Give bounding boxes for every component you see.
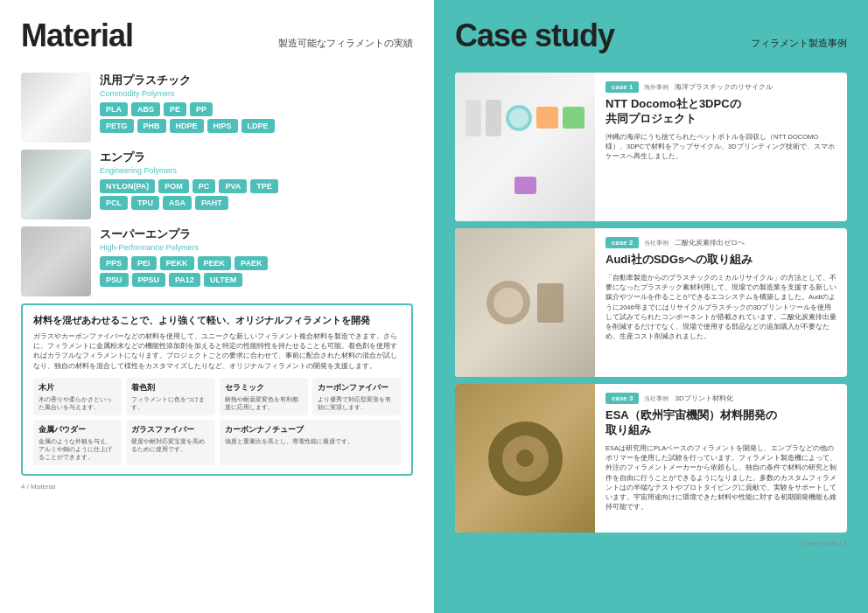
blend-section: 材料を混ぜあわせることで、より強くて軽い、オリジナルフィラメントを開発 ガラスや… bbox=[21, 303, 413, 476]
blend-item-glass: ガラスファイバー 硬度や耐対応変宝度を高めるために使用です。 bbox=[126, 420, 214, 465]
blend-item-ceramic-desc: 耐熱や耐薬変変色を有利都度に応用します。 bbox=[225, 395, 303, 411]
page-numbers-right: Case study / 5 bbox=[455, 540, 847, 547]
engineering-content: エンプラ Engineering Polymers NYLON(PA) POM … bbox=[100, 150, 413, 212]
tag-psu: PSU bbox=[100, 273, 129, 287]
left-subtitle: 製造可能なフィラメントの実績 bbox=[278, 37, 413, 50]
high-performance-section: スーパーエンプラ High-Performance Polymers PPS P… bbox=[21, 226, 413, 296]
case-image-1 bbox=[455, 73, 595, 221]
blend-item-colorant-desc: フィラメントに色をつけます。 bbox=[131, 395, 209, 411]
commodity-content: 汎用プラスチック Commodity Polymers PLA ABS PE P… bbox=[100, 73, 413, 136]
commodity-heading-ja: 汎用プラスチック bbox=[100, 73, 413, 88]
commodity-image bbox=[21, 73, 91, 143]
tag-phb: PHB bbox=[137, 119, 166, 133]
engineering-tags-row2: PCL TPU ASA PAHT bbox=[100, 196, 413, 210]
high-performance-content: スーパーエンプラ High-Performance Polymers PPS P… bbox=[100, 226, 413, 289]
tag-paek: PAEK bbox=[234, 256, 268, 270]
blend-items: 木片 木の香りや柔らかさといった風合いを与えます。 着色剤 フィラメントに色をつ… bbox=[33, 378, 401, 465]
left-panel: Material 製造可能なフィラメントの実績 汎用プラスチック Commodi… bbox=[0, 0, 434, 613]
tag-hips: HIPS bbox=[207, 119, 238, 133]
case-content-1: case 1 海外事例 海洋プラスチックのリサイクル NTT Docomo社と3… bbox=[595, 73, 847, 221]
case-badge-row-1: case 1 海外事例 海洋プラスチックのリサイクル bbox=[606, 81, 836, 93]
tag-ldpe: LDPE bbox=[242, 119, 275, 133]
blend-item-glass-desc: 硬度や耐対応変宝度を高めるために使用です。 bbox=[131, 437, 209, 453]
right-panel: Case study フィラメント製造事例 case 1 海外事例 海洋プラスチ… bbox=[434, 0, 868, 613]
tag-asa: ASA bbox=[163, 196, 192, 210]
case-badge-label-3: 当社事例 3Dプリント材料化 bbox=[644, 394, 732, 403]
case-badge-row-3: case 3 当社事例 3Dプリント材料化 bbox=[606, 393, 836, 404]
case-content-3: case 3 当社事例 3Dプリント材料化 ESA（欧州宇宙機関）材料開発の 取… bbox=[595, 384, 847, 533]
case-card-3: case 3 当社事例 3Dプリント材料化 ESA（欧州宇宙機関）材料開発の 取… bbox=[455, 384, 847, 533]
blend-title: 材料を混ぜあわせることで、より強くて軽い、オリジナルフィラメントを開発 bbox=[33, 314, 401, 327]
commodity-section: 汎用プラスチック Commodity Polymers PLA ABS PE P… bbox=[21, 73, 413, 143]
right-title: Case study bbox=[455, 17, 614, 54]
page-num-right-value: Case study / 5 bbox=[802, 540, 847, 547]
tag-pps: PPS bbox=[100, 256, 128, 270]
engineering-tags-row1: NYLON(PA) POM PC PVA TPE bbox=[100, 179, 413, 193]
tag-pei: PEI bbox=[131, 256, 157, 270]
blend-description: ガラスやカーボンファイバーなどの材料を使用して、ユニークな新しいフィラメント複合… bbox=[33, 331, 401, 371]
tag-petg: PETG bbox=[100, 119, 134, 133]
blend-item-colorant-name: 着色剤 bbox=[131, 382, 209, 394]
blend-item-nanotube: カーボンナノチューブ 強度と重量比を高とし、導電性能に最適です。 bbox=[220, 420, 402, 465]
case-title-3: ESA（欧州宇宙機関）材料開発の 取り組み bbox=[606, 408, 836, 438]
blend-item-metal-desc: 金属のような外観を与え、アルミや銅のように仕上げることができます。 bbox=[38, 437, 116, 461]
blend-item-ceramic: セラミック 耐熱や耐薬変変色を有利都度に応用します。 bbox=[220, 378, 308, 415]
blend-item-carbon-name: カーボンファイバー bbox=[318, 382, 396, 394]
page-num-left: 4 / Material bbox=[21, 483, 56, 491]
blend-item-colorant: 着色剤 フィラメントに色をつけます。 bbox=[126, 378, 214, 415]
tag-pe: PE bbox=[164, 102, 186, 116]
blend-item-glass-name: ガラスファイバー bbox=[131, 424, 209, 435]
engineering-heading-en: Engineering Polymers bbox=[100, 166, 413, 175]
case-text-1: 沖縄の海岸にうち捨てられたペットボトルを回収し（NTT DOCOMO様）、3DP… bbox=[606, 132, 836, 162]
high-performance-tags-row1: PPS PEI PEKK PEEK PAEK bbox=[100, 256, 413, 270]
blend-item-metal: 金属パウダー 金属のような外観を与え、アルミや銅のように仕上げることができます。 bbox=[33, 420, 122, 465]
case-card-1: case 1 海外事例 海洋プラスチックのリサイクル NTT Docomo社と3… bbox=[455, 73, 847, 221]
tag-tpu: TPU bbox=[131, 196, 159, 210]
tag-abs: ABS bbox=[131, 102, 160, 116]
blend-item-metal-name: 金属パウダー bbox=[38, 424, 116, 435]
tag-pcl: PCL bbox=[100, 196, 128, 210]
blend-item-wood-name: 木片 bbox=[38, 382, 116, 394]
blend-item-ceramic-name: セラミック bbox=[225, 382, 303, 394]
tag-pp: PP bbox=[190, 102, 213, 116]
high-performance-image bbox=[21, 226, 91, 296]
case-badge-row-2: case 2 当社事例 二酸化炭素排出ゼロへ bbox=[606, 237, 836, 248]
tag-pc: PC bbox=[192, 179, 216, 193]
case-text-3: ESAは研究用にPLAベースのフィラメントを開発し、エンプラなどの他のポリマーを… bbox=[606, 443, 836, 512]
engineering-image bbox=[21, 150, 91, 219]
case-title-2: Audi社のSDGsへの取り組み bbox=[606, 253, 836, 268]
tag-pla: PLA bbox=[100, 102, 128, 116]
high-performance-heading-ja: スーパーエンプラ bbox=[100, 226, 413, 242]
case-badge-1: case 1 bbox=[606, 81, 639, 93]
tag-pom: POM bbox=[158, 179, 189, 193]
high-performance-heading-en: High-Performance Polymers bbox=[100, 243, 413, 252]
blend-item-carbon: カーボンファイバー より優秀で対応型変形を有効に実現します。 bbox=[312, 378, 401, 415]
commodity-heading-en: Commodity Polymers bbox=[100, 89, 413, 98]
commodity-tags-row1: PLA ABS PE PP bbox=[100, 102, 413, 116]
tag-pva: PVA bbox=[219, 179, 247, 193]
blend-item-nanotube-name: カーボンナノチューブ bbox=[225, 424, 396, 435]
left-title: Material bbox=[21, 17, 133, 54]
page-numbers-left: 4 / Material bbox=[21, 483, 413, 491]
case-badge-label-2: 当社事例 二酸化炭素排出ゼロへ bbox=[644, 238, 745, 247]
tag-peek: PEEK bbox=[198, 256, 232, 270]
blend-item-carbon-desc: より優秀で対応型変形を有効に実現します。 bbox=[318, 395, 396, 411]
engineering-heading-ja: エンプラ bbox=[100, 150, 413, 165]
engineering-section: エンプラ Engineering Polymers NYLON(PA) POM … bbox=[21, 150, 413, 219]
case-card-2: case 2 当社事例 二酸化炭素排出ゼロへ Audi社のSDGsへの取り組み … bbox=[455, 228, 847, 377]
tag-hdpe: HDPE bbox=[170, 119, 204, 133]
case-image-2 bbox=[455, 228, 595, 377]
case-badge-2: case 2 bbox=[606, 237, 639, 248]
commodity-tags-row2: PETG PHB HDPE HIPS LDPE bbox=[100, 119, 413, 133]
tag-pekk: PEKK bbox=[160, 256, 194, 270]
right-subtitle: フィラメント製造事例 bbox=[751, 37, 847, 50]
tag-pa12: PA12 bbox=[169, 273, 200, 287]
case-badge-3: case 3 bbox=[606, 393, 639, 404]
case-title-1: NTT Docomo社と3DPCの 共同プロジェクト bbox=[606, 97, 836, 127]
case-content-2: case 2 当社事例 二酸化炭素排出ゼロへ Audi社のSDGsへの取り組み … bbox=[595, 228, 847, 377]
tag-paht: PAHT bbox=[195, 196, 228, 210]
tag-ppsu: PPSU bbox=[132, 273, 166, 287]
tag-ultem: ULTEM bbox=[204, 273, 242, 287]
case-text-2: 「自動車製造からのプラスチックのミカルリサイクル」の方法として、不要になったプラ… bbox=[606, 273, 836, 342]
blend-item-nanotube-desc: 強度と重量比を高とし、導電性能に最適です。 bbox=[225, 437, 396, 445]
